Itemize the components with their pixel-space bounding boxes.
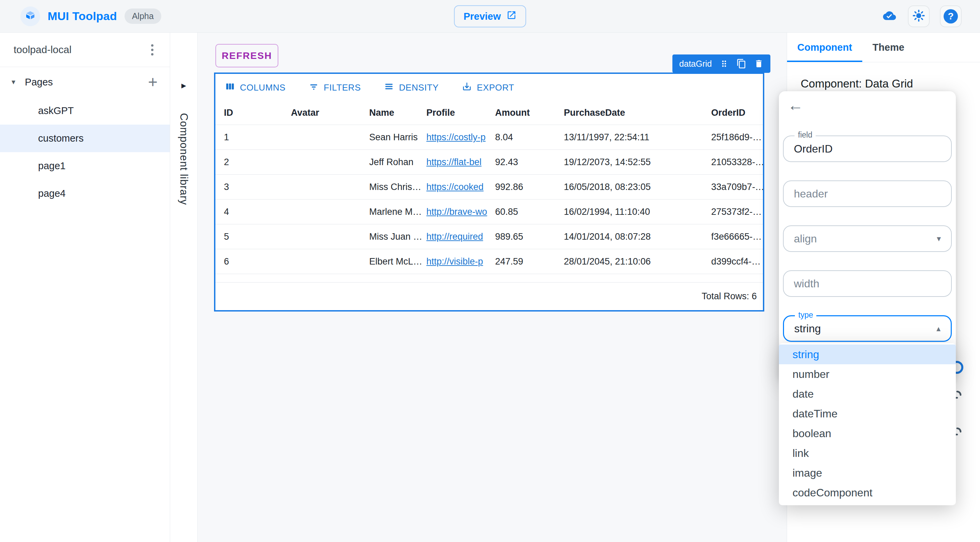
delete-icon[interactable] — [754, 59, 764, 69]
table-row[interactable]: 6 Elbert McL… http://visible-p 247.59 28… — [215, 249, 763, 274]
alpha-badge: Alpha — [124, 8, 161, 24]
copy-icon[interactable] — [737, 59, 746, 69]
cell-purchasedate: 28/01/2045, 21:10:06 — [560, 257, 708, 267]
profile-link[interactable]: http://required — [426, 231, 483, 242]
cell-orderid: f3e66665-… — [708, 231, 763, 242]
menu-item-datetime[interactable]: dateTime — [779, 404, 956, 424]
brightness-icon — [912, 9, 926, 24]
menu-item-image[interactable]: image — [779, 463, 956, 483]
page-canvas: REFRESH dataGrid COLUMNS — [198, 33, 787, 542]
profile-link[interactable]: https://costly-p — [426, 132, 485, 142]
cell-amount: 8.04 — [492, 132, 560, 143]
tab-component[interactable]: Component — [787, 33, 862, 62]
profile-link[interactable]: http://visible-p — [426, 257, 483, 266]
profile-link[interactable]: http://brave-wo — [426, 207, 487, 217]
project-header: toolpad-local — [0, 33, 170, 67]
pages-section-header[interactable]: ▾ Pages + — [0, 67, 170, 97]
cell-amount: 992.86 — [492, 182, 560, 192]
back-arrow-icon[interactable]: ← — [788, 97, 803, 113]
column-header-profile[interactable]: Profile — [423, 108, 492, 118]
menu-item-boolean[interactable]: boolean — [779, 424, 956, 443]
rows-spacer — [215, 274, 763, 282]
datagrid-header-row: ID Avatar Name Profile Amount PurchaseDa… — [215, 101, 763, 125]
page-item-label: customers — [38, 133, 84, 144]
cell-orderid: d399ccf4-… — [708, 257, 763, 267]
menu-item-string[interactable]: string — [779, 344, 956, 364]
cell-name: Jeff Rohan — [366, 157, 423, 167]
help-button[interactable]: ? — [940, 5, 962, 27]
table-row[interactable]: 5 Miss Juan … http://required 989.65 14/… — [215, 224, 763, 249]
type-select[interactable]: type string ▴ — [783, 315, 952, 342]
component-library-strip[interactable]: ▸ Component library — [170, 33, 198, 542]
type-select-label: type — [795, 311, 816, 320]
tab-theme[interactable]: Theme — [862, 33, 914, 62]
cell-profile: http://brave-wo — [423, 207, 492, 217]
inspector-heading: Component: Data Grid — [801, 77, 980, 90]
menu-item-date[interactable]: date — [779, 384, 956, 404]
cell-name: Miss Juan … — [366, 231, 423, 242]
sidebar-item-customers[interactable]: customers — [0, 124, 170, 152]
column-header-purchasedate[interactable]: PurchaseDate — [560, 108, 708, 118]
cell-purchasedate: 16/02/1994, 11:10:40 — [560, 207, 708, 217]
sidebar-item-page4[interactable]: page4 — [0, 180, 170, 207]
menu-item-link[interactable]: link — [779, 443, 956, 463]
cell-orderid: 275373f2-… — [708, 207, 763, 217]
header-input[interactable]: header — [783, 180, 952, 207]
menu-item-number[interactable]: number — [779, 364, 956, 384]
density-button-label: DENSITY — [399, 82, 439, 93]
select-closed-icon: ▾ — [937, 234, 941, 244]
menu-item-codecomponent[interactable]: codeComponent — [779, 483, 956, 502]
cell-amount: 247.59 — [492, 257, 560, 267]
columns-button[interactable]: COLUMNS — [223, 81, 288, 94]
add-page-button[interactable]: + — [148, 74, 158, 90]
export-button[interactable]: EXPORT — [460, 81, 516, 94]
datagrid-component[interactable]: dataGrid COLUMNS FILTERS — [214, 73, 764, 311]
table-row[interactable]: 4 Marlene M… http://brave-wo 60.85 16/02… — [215, 199, 763, 224]
density-icon — [384, 81, 394, 94]
width-input[interactable]: width — [783, 270, 952, 297]
field-input[interactable]: field OrderID — [783, 136, 952, 162]
profile-link[interactable]: https://flat-bel — [426, 157, 482, 167]
column-header-amount[interactable]: Amount — [492, 108, 560, 118]
table-row[interactable]: 3 Miss Chris… https://cooked 992.86 16/0… — [215, 175, 763, 199]
drag-handle-icon[interactable] — [719, 59, 729, 69]
cell-purchasedate: 16/05/2018, 08:23:05 — [560, 182, 708, 192]
cell-purchasedate: 19/12/2073, 14:52:55 — [560, 157, 708, 167]
align-select[interactable]: align ▾ — [783, 225, 952, 252]
columns-button-label: COLUMNS — [240, 82, 285, 93]
cell-name: Miss Chris… — [366, 182, 423, 192]
refresh-button[interactable]: REFRESH — [215, 44, 278, 67]
column-header-id[interactable]: ID — [215, 108, 288, 118]
density-button[interactable]: DENSITY — [382, 81, 441, 94]
field-input-label: field — [795, 131, 816, 140]
cell-id: 5 — [215, 231, 288, 242]
cell-orderid: 21053328-… — [708, 157, 763, 167]
cloud-done-icon — [881, 9, 898, 24]
theme-mode-button[interactable] — [908, 5, 930, 27]
page-item-label: askGPT — [38, 105, 74, 116]
column-header-name[interactable]: Name — [366, 108, 423, 118]
cell-name: Marlene M… — [366, 207, 423, 217]
column-header-orderid[interactable]: OrderID — [708, 108, 763, 118]
pages-label: Pages — [25, 77, 148, 88]
table-row[interactable]: 2 Jeff Rohan https://flat-bel 92.43 19/1… — [215, 150, 763, 175]
sidebar-item-page1[interactable]: page1 — [0, 152, 170, 180]
cell-id: 2 — [215, 157, 288, 167]
profile-link[interactable]: https://cooked — [426, 182, 484, 192]
inspector-tabs: Component Theme — [787, 33, 980, 62]
project-menu-button[interactable] — [148, 41, 156, 58]
sidebar-item-askgpt[interactable]: askGPT — [0, 97, 170, 124]
cell-amount: 60.85 — [492, 207, 560, 217]
page-item-label: page1 — [38, 160, 66, 172]
component-library-label: Component library — [178, 113, 190, 205]
cell-purchasedate: 14/01/2014, 08:07:28 — [560, 231, 708, 242]
filters-button[interactable]: FILTERS — [307, 81, 363, 94]
table-row[interactable]: 1 Sean Harris https://costly-p 8.04 13/1… — [215, 125, 763, 150]
align-select-placeholder: align — [794, 233, 817, 245]
type-select-menu: string number date dateTime boolean link… — [779, 343, 956, 505]
datagrid-toolbar: COLUMNS FILTERS DENSITY EXPORT — [215, 74, 763, 101]
preview-button[interactable]: Preview — [454, 5, 526, 27]
cell-name: Sean Harris — [366, 132, 423, 143]
column-header-avatar[interactable]: Avatar — [288, 108, 366, 118]
cell-amount: 989.65 — [492, 231, 560, 242]
